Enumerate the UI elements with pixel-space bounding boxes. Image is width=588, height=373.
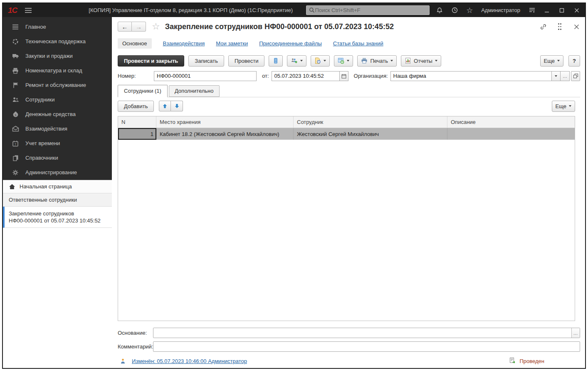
minimize-button[interactable] (543, 6, 551, 15)
comment-field[interactable] (153, 342, 580, 351)
sidebar-item-sotrudniki[interactable]: Сотрудники (3, 92, 112, 107)
close-window-button[interactable] (573, 6, 581, 15)
svg-text:s: s (15, 113, 16, 116)
organization-open-button[interactable] (571, 71, 580, 81)
grid-toolbar: Добавить Еще (118, 101, 580, 111)
printer-box-icon (12, 67, 19, 74)
organization-field[interactable] (390, 71, 551, 81)
move-down-button[interactable] (171, 101, 183, 111)
sidebar-item-denezhnye[interactable]: s Денежные средства (3, 107, 112, 121)
menu-lines-icon (12, 24, 19, 30)
sidebar-item-zakupki[interactable]: Закупки и продажи (3, 49, 112, 63)
help-button[interactable]: ? (568, 55, 580, 67)
reports-button[interactable]: Отчеты (401, 55, 441, 67)
document-tasks-button[interactable] (311, 55, 330, 67)
sidebar-item-label: Закупки и продажи (25, 53, 73, 59)
dropdown-caret (557, 60, 560, 62)
sidebar-item-label: Сотрудники (25, 96, 54, 103)
col-header-employee[interactable]: Сотрудник (294, 116, 447, 128)
move-up-button[interactable] (159, 101, 171, 111)
truck-icon (12, 53, 19, 59)
app-window: 1С [КОПИЯ] Управление IT-отделом 8, реда… (2, 2, 586, 369)
main-menu-icon[interactable] (25, 7, 32, 13)
reason-choose-button[interactable]: … (571, 328, 580, 338)
grid-clock-icon (338, 57, 344, 64)
organization-choose-button[interactable]: … (561, 71, 570, 81)
server-icon (272, 57, 279, 64)
arrow-up-icon (162, 103, 168, 109)
register-records-button[interactable] (269, 55, 283, 67)
sidebar-item-vzaimodeystviya[interactable]: Взаимодействия (3, 121, 112, 136)
sidebar-item-administrirovanie[interactable]: Администрирование (3, 165, 112, 180)
get-link-icon[interactable] (539, 23, 547, 30)
nav-interactions[interactable]: Взаимодействия (163, 40, 205, 47)
nav-main[interactable]: Основное (118, 38, 152, 49)
people-icon (12, 96, 19, 103)
post-button[interactable]: Провести (228, 55, 265, 67)
more-button-label: Еще (544, 58, 555, 64)
save-button[interactable]: Записать (188, 55, 224, 67)
svg-text:7: 7 (15, 142, 17, 146)
1c-logo-icon: 1С (8, 6, 17, 15)
comment-label: Комментарий: (118, 343, 153, 350)
notifications-bell-icon[interactable] (435, 6, 444, 15)
nav-kb-articles[interactable]: Статьи базы знаний (333, 40, 383, 47)
more-menu-kebab-icon[interactable] (556, 23, 563, 30)
cell-storage-place[interactable]: Кабинет 18.2 (Жестовский Сергей Михайлов… (156, 128, 294, 140)
sidebar-item-uchet-vremeni[interactable]: 7 Учет времени (3, 136, 112, 151)
schedule-button[interactable] (334, 55, 353, 67)
table-empty-area[interactable] (118, 140, 575, 321)
reason-field[interactable] (153, 328, 571, 338)
sidebar-item-tehpodderzhka[interactable]: Техническая поддержка (3, 34, 112, 49)
tab-additional[interactable]: Дополнительно (169, 85, 220, 97)
global-search[interactable] (306, 5, 430, 15)
number-label: Номер: (118, 73, 154, 79)
cell-employee[interactable]: Жестовский Сергей Михайлович (294, 128, 447, 140)
cell-row-number[interactable]: 1 (118, 128, 156, 140)
home-icon (9, 183, 15, 190)
document-toolbar: Провести и закрыть Записать Провести (118, 55, 580, 67)
sidebar-item-label: Техническая поддержка (25, 38, 86, 44)
window-tab-current-document[interactable]: Закрепление сотрудников НФ00-000001 от 0… (3, 207, 112, 228)
print-button[interactable]: Печать (357, 55, 397, 67)
tab-employees[interactable]: Сотрудники (1) (118, 85, 168, 97)
modified-history-link[interactable]: Изменён: 05.07.2023 10:46:00 Администрат… (132, 358, 247, 364)
favorites-star-icon[interactable]: ☆ (465, 6, 474, 15)
cell-description[interactable] (447, 128, 575, 140)
back-button[interactable]: ← (118, 22, 132, 32)
dropdown-caret (347, 60, 349, 62)
sidebar-item-spravochniki[interactable]: Справочники (3, 151, 112, 165)
add-row-button[interactable]: Добавить (118, 101, 154, 112)
number-field[interactable] (154, 71, 257, 81)
date-picker-button[interactable] (339, 71, 348, 81)
favorite-star-icon[interactable]: ☆ (152, 21, 160, 32)
window-tab-home[interactable]: Начальная страница (3, 180, 112, 193)
add-user-button[interactable] (287, 55, 306, 67)
sidebar-item-nomenklatura[interactable]: Номенклатура и склад (3, 63, 112, 78)
lifering-icon (12, 38, 19, 45)
col-header-n[interactable]: N (118, 116, 156, 128)
nav-my-notes[interactable]: Мои заметки (216, 40, 248, 47)
main-area: ← → ☆ Закрепление сотрудников НФ00-00000… (112, 17, 585, 368)
col-header-place[interactable]: Место хранения (156, 116, 294, 128)
table-row[interactable]: 1 Кабинет 18.2 (Жестовский Сергей Михайл… (118, 128, 575, 140)
organization-dropdown-button[interactable] (551, 71, 561, 81)
nav-attached-files[interactable]: Присоединенные файлы (259, 40, 322, 47)
grid-more-button[interactable]: Еще (552, 101, 575, 112)
current-user[interactable]: Администратор (481, 7, 520, 13)
sidebar-item-remont[interactable]: Ремонт и обслуживание (3, 78, 112, 92)
maximize-button[interactable] (558, 6, 566, 15)
window-tab-responsible-employees[interactable]: Ответственные сотрудники (3, 193, 112, 207)
date-field[interactable] (272, 71, 339, 81)
col-header-description[interactable]: Описание (447, 116, 575, 128)
sidebar-item-glavnoe[interactable]: Главное (3, 20, 112, 34)
history-icon[interactable] (450, 6, 459, 15)
close-document-icon[interactable] (573, 23, 580, 30)
settings-menu-icon[interactable] (528, 6, 536, 15)
search-input[interactable] (315, 7, 427, 13)
more-button[interactable]: Еще (540, 55, 563, 67)
flag-icon (12, 82, 19, 89)
forward-button[interactable]: → (132, 22, 146, 32)
sidebar-item-label: Взаимодействия (25, 126, 67, 132)
post-and-close-button[interactable]: Провести и закрыть (118, 55, 184, 67)
